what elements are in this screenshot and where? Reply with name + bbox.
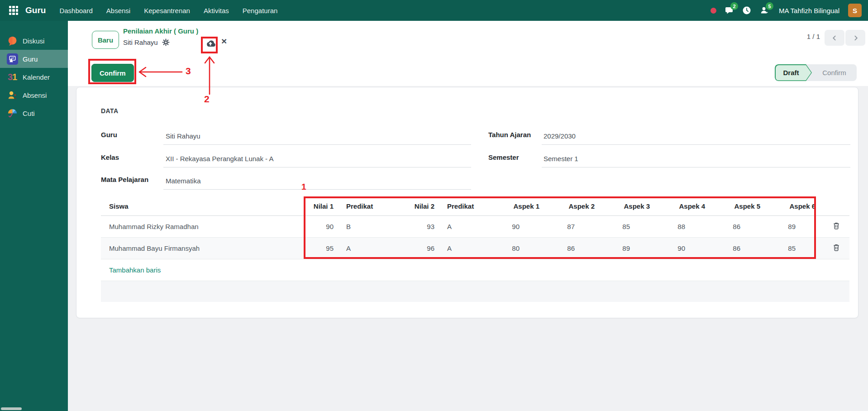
- sidebar-item-absensi[interactable]: Absensi: [0, 86, 68, 104]
- field-label-mata-pelajaran: Mata Pelajaran: [101, 176, 148, 183]
- form-sheet: DATA Guru Siti Rahayu Kelas XII - Rekaya…: [76, 87, 858, 318]
- app-brand[interactable]: Guru: [25, 5, 46, 15]
- field-underline: [542, 167, 850, 167]
- col-header-aspek-5: Aspek 5: [712, 197, 768, 215]
- cell-siswa[interactable]: Muhammad Bayu Firmansyah: [101, 237, 313, 259]
- calendar-31-icon: 31: [6, 71, 18, 83]
- cell-aspek-2[interactable]: 87: [547, 215, 602, 237]
- breadcrumb-record: Siti Rahayu: [123, 38, 170, 46]
- apps-grid-icon[interactable]: [9, 6, 18, 15]
- menu-pengaturan[interactable]: Pengaturan: [243, 7, 278, 14]
- discard-close-button[interactable]: ×: [221, 36, 227, 46]
- field-underline: [163, 167, 471, 167]
- grade-lines-list: Siswa Nilai 1 Predikat Nilai 2 Predikat …: [101, 197, 849, 302]
- cell-aspek-6[interactable]: 85: [768, 237, 823, 259]
- menu-kepesantrenan[interactable]: Kepesantrenan: [144, 7, 190, 14]
- cell-aspek-1[interactable]: 80: [491, 237, 547, 259]
- messages-icon[interactable]: 2: [724, 5, 734, 15]
- top-navbar: Guru Dashboard Absensi Kepesantrenan Akt…: [0, 0, 868, 21]
- confirm-button[interactable]: Confirm: [91, 64, 134, 82]
- status-step-draft[interactable]: Draft: [775, 64, 812, 81]
- cell-aspek-5[interactable]: 86: [712, 237, 768, 259]
- field-underline: [542, 144, 850, 145]
- pager-previous-button[interactable]: [825, 30, 844, 46]
- sidebar-item-kalender[interactable]: 31 Kalender: [0, 68, 68, 86]
- col-header-predikat-1: Predikat: [341, 197, 391, 215]
- cell-predikat-1[interactable]: A: [341, 237, 391, 259]
- cell-aspek-6[interactable]: 89: [768, 215, 823, 237]
- table-header-row: Siswa Nilai 1 Predikat Nilai 2 Predikat …: [101, 197, 849, 215]
- status-step-confirm[interactable]: Confirm: [812, 69, 857, 76]
- cell-aspek-3[interactable]: 89: [602, 237, 657, 259]
- cell-aspek-1[interactable]: 90: [491, 215, 547, 237]
- statusbar: Draft Confirm: [775, 64, 857, 81]
- company-name[interactable]: MA Tahfizh Bilingual: [779, 7, 839, 14]
- field-value-semester[interactable]: Semester 1: [544, 155, 578, 162]
- table-row[interactable]: Muhammad Rizky Ramadhan 90 B 93 A 90 87 …: [101, 215, 849, 237]
- cell-nilai-2[interactable]: 93: [391, 215, 442, 237]
- main-content: Baru Penilaian Akhir ( Guru ) Siti Rahay…: [68, 21, 868, 411]
- cell-siswa[interactable]: Muhammad Rizky Ramadhan: [101, 215, 313, 237]
- col-header-nilai-2: Nilai 2: [391, 197, 442, 215]
- empty-row-strip: [101, 281, 849, 302]
- sidebar-scrollbar-thumb[interactable]: [1, 407, 22, 410]
- cell-aspek-4[interactable]: 88: [657, 215, 712, 237]
- menu-aktivitas[interactable]: Aktivitas: [204, 7, 229, 14]
- sidebar-item-label: Guru: [23, 55, 38, 63]
- approvals-icon[interactable]: 5: [759, 5, 769, 15]
- delete-row-button[interactable]: [832, 243, 841, 253]
- field-label-tahun-ajaran: Tahun Ajaran: [488, 131, 531, 139]
- field-underline: [163, 189, 471, 190]
- col-header-aspek-4: Aspek 4: [657, 197, 712, 215]
- record-state-badge: Baru: [92, 31, 119, 49]
- add-row-link[interactable]: Tambahkan baris: [101, 259, 849, 281]
- cell-predikat-1[interactable]: B: [341, 215, 391, 237]
- field-label-semester: Semester: [488, 153, 519, 161]
- save-cloud-button[interactable]: [204, 39, 217, 49]
- pager-indicator: 1 / 1: [797, 33, 820, 40]
- col-header-aspek-6: Aspek 6: [768, 197, 823, 215]
- field-value-tahun-ajaran[interactable]: 2029/2030: [544, 132, 576, 140]
- field-value-kelas[interactable]: XII - Rekayasa Perangkat Lunak - A: [166, 155, 273, 162]
- clock-icon: [742, 6, 751, 15]
- sidebar-item-label: Diskusi: [23, 37, 44, 45]
- breadcrumb-model-link[interactable]: Penilaian Akhir ( Guru ): [123, 27, 198, 35]
- cell-aspek-2[interactable]: 86: [547, 237, 602, 259]
- systray: 2 5 MA Tahfizh Bilingual S: [711, 4, 862, 17]
- sidebar-item-guru[interactable]: Guru: [0, 50, 68, 68]
- field-label-guru: Guru: [101, 131, 117, 139]
- gear-icon[interactable]: [162, 38, 170, 46]
- col-header-siswa: Siswa: [101, 197, 313, 215]
- user-avatar[interactable]: S: [848, 4, 862, 17]
- cell-nilai-2[interactable]: 96: [391, 237, 442, 259]
- cell-predikat-2[interactable]: A: [442, 215, 491, 237]
- cell-nilai-1[interactable]: 95: [313, 237, 341, 259]
- grade-lines-table: Siswa Nilai 1 Predikat Nilai 2 Predikat …: [101, 197, 849, 259]
- menu-absensi[interactable]: Absensi: [106, 7, 130, 14]
- field-label-kelas: Kelas: [101, 153, 119, 161]
- attendance-person-icon: [6, 89, 18, 101]
- section-title: DATA: [101, 107, 118, 115]
- record-name: Siti Rahayu: [123, 38, 158, 46]
- control-panel: Baru Penilaian Akhir ( Guru ) Siti Rahay…: [68, 21, 868, 86]
- field-value-mata-pelajaran[interactable]: Matematika: [166, 177, 201, 185]
- sidebar-item-diskusi[interactable]: Diskusi: [0, 32, 68, 50]
- col-header-aspek-1: Aspek 1: [491, 197, 547, 215]
- cell-aspek-3[interactable]: 85: [602, 215, 657, 237]
- cell-nilai-1[interactable]: 90: [313, 215, 341, 237]
- col-header-predikat-2: Predikat: [442, 197, 491, 215]
- menu-dashboard[interactable]: Dashboard: [59, 7, 92, 14]
- activities-clock-icon[interactable]: [742, 5, 752, 15]
- sidebar-item-label: Kalender: [23, 73, 50, 81]
- sidebar-item-label: Absensi: [23, 91, 47, 99]
- field-value-guru[interactable]: Siti Rahayu: [166, 132, 200, 140]
- cell-aspek-4[interactable]: 90: [657, 237, 712, 259]
- delete-row-button[interactable]: [832, 221, 841, 232]
- cell-aspek-5[interactable]: 86: [712, 215, 768, 237]
- cell-predikat-2[interactable]: A: [442, 237, 491, 259]
- sidebar-item-cuti[interactable]: Cuti: [0, 104, 68, 122]
- pager-next-button[interactable]: [845, 30, 865, 46]
- table-row[interactable]: Muhammad Bayu Firmansyah 95 A 96 A 80 86…: [101, 237, 849, 259]
- notification-dot: [711, 8, 716, 14]
- col-header-nilai-1: Nilai 1: [313, 197, 341, 215]
